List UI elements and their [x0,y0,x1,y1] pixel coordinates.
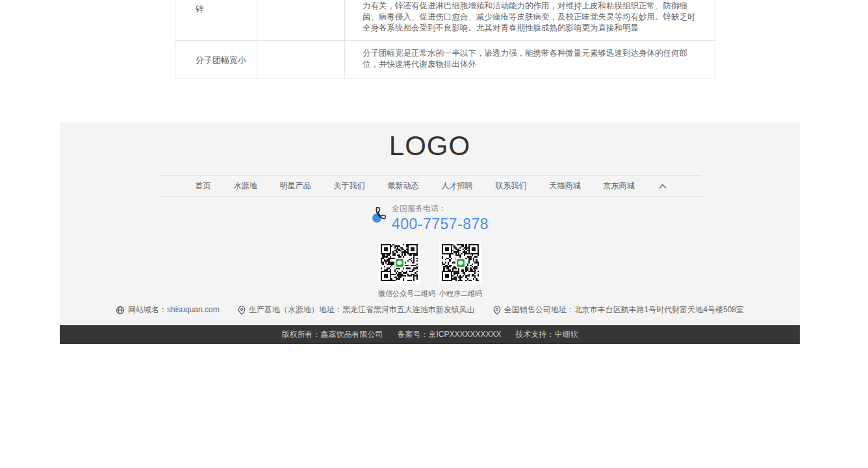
location-pin-icon [493,306,501,315]
nav-item-careers[interactable]: 人才招聘 [442,180,473,191]
spec-table: 锌 力有关，锌还有促进淋巴细胞增殖和活动能力的作用，对维持上皮和粘膜组织正常、防… [175,0,715,79]
table-cell-name: 分子团幅宽小 [196,55,246,66]
table-cell-name: 锌 [196,3,204,15]
phone-texts: 全国服务电话： 400-7757-878 [392,203,489,233]
miniprogram-qr-code: 小程序二维码 [439,241,481,299]
service-phone-label: 全国服务电话： [392,203,489,214]
nav-item-latest-news[interactable]: 最新动态 [388,180,419,191]
service-phone-block: 全国服务电话： 400-7757-878 [60,203,800,233]
wechat-icon [394,258,405,268]
phone-icon [371,204,388,224]
contact-production-address: 生产基地（水源地）地址：黑龙江省黑河市五大连池市新发镇凤山 [238,304,475,315]
globe-icon [116,306,125,315]
table-column-divider [344,0,345,79]
table-column-divider [257,0,257,79]
contact-domain-text: 网站域名：shisuquan.com [128,304,220,315]
icp-number: 备案号：京ICPXXXXXXXXXX [397,329,501,340]
qr-code-row: 微信公众号二维码 小程序二维码 [60,241,800,299]
nav-item-jd-store[interactable]: 京东商城 [604,180,635,191]
copyright-owner: 版权所有：鑫蕊饮品有限公司 [281,329,383,340]
nav-item-contact-us[interactable]: 联系我们 [496,180,527,191]
contacts-row: 网站域名：shisuquan.com 生产基地（水源地）地址：黑龙江省黑河市五大… [60,304,800,315]
contact-sales-address: 全国销售公司地址：北京市丰台区航丰路1号时代财富天地4号楼508室 [493,304,744,315]
miniprogram-qr-image [439,241,481,284]
table-cell-description: 分子团幅宽是正常水的一半以下，渗透力强，能携带各种微量元素够迅速到达身体的任何部… [363,48,699,70]
wechat-icon [455,258,466,268]
footer-nav: 首页 水源地 明星产品 关于我们 最新动态 人才招聘 联系我们 天猫商城 京东商… [161,175,702,197]
nav-item-water-source[interactable]: 水源地 [234,180,257,191]
tech-support: 技术支持：中细软 [516,329,578,340]
contact-sales-address-text: 全国销售公司地址：北京市丰台区航丰路1号时代财富天地4号楼508室 [504,304,744,315]
wechat-qr-image [378,241,420,284]
chevron-up-icon [657,182,668,190]
copyright-bar: 版权所有：鑫蕊饮品有限公司 备案号：京ICPXXXXXXXXXX 技术支持：中细… [60,325,800,344]
back-to-top-button[interactable] [657,182,668,190]
footer-logo[interactable]: LOGO [60,130,800,162]
table-cell-description: 力有关，锌还有促进淋巴细胞增殖和活动能力的作用，对维持上皮和粘膜组织正常、防御细… [363,1,699,34]
nav-item-about-us[interactable]: 关于我们 [334,180,365,191]
table-row-divider [175,40,715,41]
site-footer: LOGO 首页 水源地 明星产品 关于我们 最新动态 人才招聘 联系我们 天猫商… [60,123,800,325]
nav-item-tmall-store[interactable]: 天猫商城 [550,180,581,191]
service-phone-number: 400-7757-878 [392,216,489,233]
contact-domain: 网站域名：shisuquan.com [116,304,220,315]
nav-item-home[interactable]: 首页 [196,180,211,191]
nav-item-star-products[interactable]: 明星产品 [280,180,311,191]
location-pin-icon [238,306,246,315]
wechat-qr-code: 微信公众号二维码 [378,241,420,299]
wechat-qr-label: 微信公众号二维码 [378,289,420,299]
miniprogram-qr-label: 小程序二维码 [439,289,481,299]
contact-production-address-text: 生产基地（水源地）地址：黑龙江省黑河市五大连池市新发镇凤山 [249,304,475,315]
